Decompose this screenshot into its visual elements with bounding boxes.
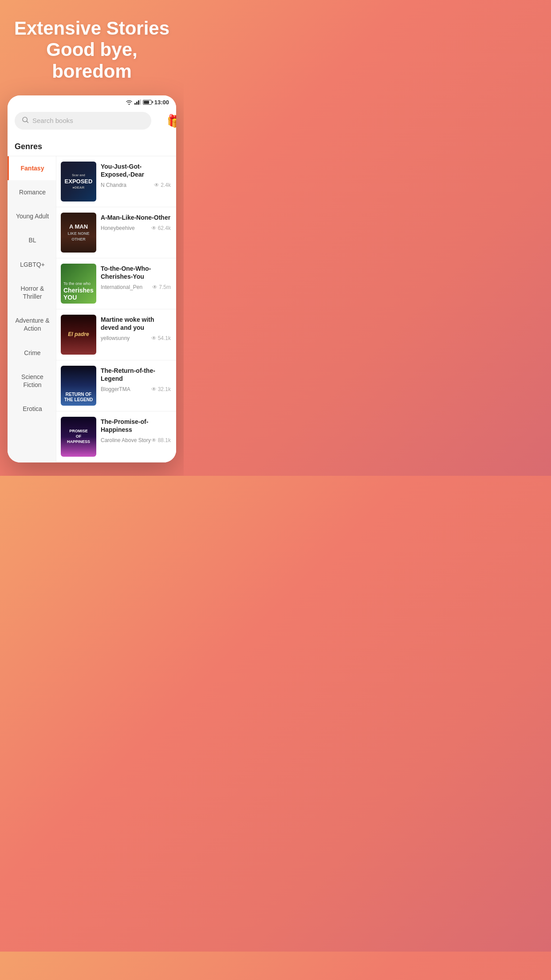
eye-icon: 👁 [154, 182, 159, 188]
genres-layout: Fantasy Romance Young Adult BL LGBTQ+ Ho… [8, 156, 176, 462]
eye-icon: 👁 [151, 386, 157, 392]
book-title-4: Martine woke with deved and you [101, 316, 171, 332]
eye-icon: 👁 [151, 225, 157, 231]
genres-header: Genres [8, 136, 176, 156]
book-meta-2: Honeybeehive 👁 62.4k [101, 225, 171, 231]
genre-item-young-adult[interactable]: Young Adult [8, 204, 56, 228]
books-list: Scar and EXPOSED ▸DEAR You-Just-Got-Expo… [56, 156, 176, 462]
book-item[interactable]: A MAN LIKE NONE OTHER A-Man-Like-None-Ot… [56, 207, 176, 258]
wifi-icon [126, 99, 133, 105]
book-views-4: 👁 54.1k [151, 335, 171, 341]
book-info-2: A-Man-Like-None-Other Honeybeehive 👁 62.… [101, 213, 171, 231]
book-views-1: 👁 2.4k [154, 182, 171, 188]
status-time: 13:00 [154, 99, 169, 106]
hero-section: Extensive Stories Good bye, boredom [0, 0, 184, 95]
book-author-4: yellowsunny [101, 335, 130, 341]
book-cover-4: El padre [61, 315, 96, 355]
genre-item-adventure[interactable]: Adventure &Action [8, 308, 56, 340]
book-item[interactable]: RETURN OFTHE LEGEND The-Return-of-the-Le… [56, 360, 176, 411]
book-cover-1: Scar and EXPOSED ▸DEAR [61, 162, 96, 202]
gift-icon[interactable]: 🎁 [167, 113, 176, 128]
book-item[interactable]: To the one who Cherishes YOU To-the-One-… [56, 258, 176, 309]
genre-item-crime[interactable]: Crime [8, 341, 56, 365]
book-title-2: A-Man-Like-None-Other [101, 213, 171, 221]
book-author-3: International_Pen [101, 284, 142, 290]
book-cover-2: A MAN LIKE NONE OTHER [61, 213, 96, 253]
book-cover-6: PROMISEOFHAPPINESS [61, 417, 96, 457]
eye-icon: 👁 [151, 335, 157, 341]
status-bar: 13:00 [8, 95, 176, 107]
signal-icon [134, 99, 141, 105]
phone-mockup: 13:00 Search books 🎁 Genres Fantasy Ro [8, 95, 176, 462]
book-info-1: You-Just-Got-Exposed,-Dear N Chandra 👁 2… [101, 162, 171, 188]
status-icons [126, 99, 152, 105]
book-meta-1: N Chandra 👁 2.4k [101, 182, 171, 188]
book-item[interactable]: Scar and EXPOSED ▸DEAR You-Just-Got-Expo… [56, 156, 176, 207]
book-views-6: 👁 88.1k [151, 437, 171, 443]
search-section: Search books 🎁 [8, 107, 176, 136]
hero-title: Extensive Stories Good bye, boredom [13, 18, 170, 82]
genre-item-lgbtq[interactable]: LGBTQ+ [8, 253, 56, 277]
book-info-6: The-Promise-of-Happiness Caroline Above … [101, 417, 171, 443]
book-views-3: 👁 7.5m [152, 284, 171, 290]
book-info-4: Martine woke with deved and you yellowsu… [101, 315, 171, 341]
search-placeholder: Search books [32, 117, 144, 124]
book-info-5: The-Return-of-the-Legend BloggerTMA 👁 32… [101, 366, 171, 392]
book-author-6: Caroline Above Story [101, 437, 151, 443]
book-cover-3: To the one who Cherishes YOU [61, 264, 96, 304]
eye-icon: 👁 [152, 284, 157, 290]
book-meta-3: International_Pen 👁 7.5m [101, 284, 171, 290]
book-author-1: N Chandra [101, 182, 126, 188]
genre-item-horror[interactable]: Horror &Thriller [8, 277, 56, 308]
search-bar[interactable]: Search books [15, 112, 151, 130]
book-meta-4: yellowsunny 👁 54.1k [101, 335, 171, 341]
book-item[interactable]: El padre Martine woke with deved and you… [56, 309, 176, 360]
book-views-5: 👁 32.1k [151, 386, 171, 392]
book-title-6: The-Promise-of-Happiness [101, 418, 171, 434]
genre-item-romance[interactable]: Romance [8, 180, 56, 204]
book-info-3: To-the-One-Who-Cherishes-You Internation… [101, 264, 171, 290]
book-views-2: 👁 62.4k [151, 225, 171, 231]
book-cover-5: RETURN OFTHE LEGEND [61, 366, 96, 406]
genre-item-fantasy[interactable]: Fantasy [8, 156, 56, 180]
genre-item-erotica[interactable]: Erotica [8, 397, 56, 421]
battery-icon [143, 100, 152, 105]
book-meta-5: BloggerTMA 👁 32.1k [101, 386, 171, 392]
eye-icon: 👁 [151, 437, 157, 443]
svg-line-1 [27, 121, 28, 123]
book-title-5: The-Return-of-the-Legend [101, 367, 171, 383]
book-author-2: Honeybeehive [101, 225, 135, 231]
book-item[interactable]: PROMISEOFHAPPINESS The-Promise-of-Happin… [56, 411, 176, 462]
book-meta-6: Caroline Above Story 👁 88.1k [101, 437, 171, 443]
genre-item-bl[interactable]: BL [8, 228, 56, 252]
book-title-3: To-the-One-Who-Cherishes-You [101, 265, 171, 281]
book-author-5: BloggerTMA [101, 386, 130, 392]
search-icon [22, 116, 29, 125]
book-title-1: You-Just-Got-Exposed,-Dear [101, 162, 171, 178]
genres-sidebar: Fantasy Romance Young Adult BL LGBTQ+ Ho… [8, 156, 56, 462]
genre-item-scifi[interactable]: ScienceFiction [8, 365, 56, 397]
